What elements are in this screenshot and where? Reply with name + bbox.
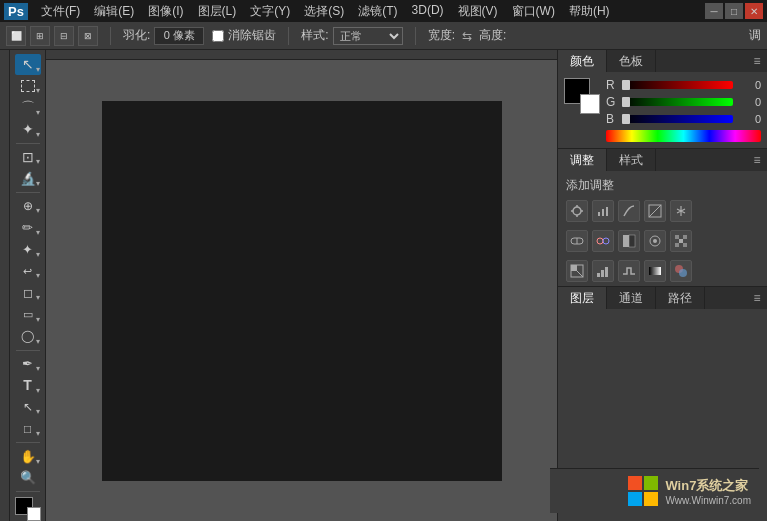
- tool-arrow-9: ▾: [36, 250, 40, 259]
- feather-input[interactable]: [154, 27, 204, 45]
- text-button[interactable]: T ▾: [15, 375, 41, 396]
- background-color-swatch[interactable]: [27, 507, 41, 521]
- path-select-icon: ↖: [23, 400, 33, 414]
- add-selection-button[interactable]: ⊞: [30, 26, 50, 46]
- canvas[interactable]: [102, 101, 502, 481]
- antialias-label: 消除锯齿: [228, 27, 276, 44]
- eraser-icon: ◻: [23, 286, 33, 300]
- posterize-button[interactable]: [592, 260, 614, 282]
- selectivecolor-button[interactable]: [670, 260, 692, 282]
- shape-button[interactable]: □ ▾: [15, 418, 41, 439]
- adjust-panel-menu-button[interactable]: ≡: [747, 149, 767, 171]
- curves-button[interactable]: [618, 200, 640, 222]
- swap-dimensions-icon[interactable]: ⇆: [459, 28, 475, 44]
- tab-color[interactable]: 颜色: [558, 50, 607, 72]
- tab-adjustments[interactable]: 调整: [558, 149, 607, 171]
- new-selection-button[interactable]: ⬜: [6, 26, 26, 46]
- rgb-sliders: R 0 G 0: [606, 78, 761, 142]
- menu-view[interactable]: 视图(V): [451, 1, 505, 22]
- layers-panel-menu-button[interactable]: ≡: [747, 287, 767, 309]
- menu-file[interactable]: 文件(F): [34, 1, 87, 22]
- tab-styles[interactable]: 样式: [607, 149, 656, 171]
- menu-layer[interactable]: 图层(L): [191, 1, 244, 22]
- intersect-selection-button[interactable]: ⊠: [78, 26, 98, 46]
- dodge-button[interactable]: ◯ ▾: [15, 326, 41, 347]
- separator-2: [288, 27, 289, 45]
- tab-layers[interactable]: 图层: [558, 287, 607, 309]
- tool-arrow-12: ▾: [36, 315, 40, 324]
- menu-select[interactable]: 选择(S): [297, 1, 351, 22]
- tab-paths[interactable]: 路径: [656, 287, 705, 309]
- move-tool-button[interactable]: ↖ ▾: [15, 54, 41, 75]
- tab-swatches[interactable]: 色板: [607, 50, 656, 72]
- background-swatch[interactable]: [580, 94, 600, 114]
- layers-panel: 图层 通道 路径 ≡: [558, 287, 767, 476]
- menu-edit[interactable]: 编辑(E): [87, 1, 141, 22]
- blue-slider-track[interactable]: [622, 115, 733, 123]
- vibrance-button[interactable]: [670, 200, 692, 222]
- style-group: 样式: 正常 固定比例 固定大小: [301, 27, 402, 45]
- menu-text[interactable]: 文字(Y): [243, 1, 297, 22]
- color-panel-menu-button[interactable]: ≡: [747, 50, 767, 72]
- move-icon: ↖: [22, 56, 34, 72]
- tab-channels[interactable]: 通道: [607, 287, 656, 309]
- crop-button[interactable]: ⊡ ▾: [15, 147, 41, 168]
- menu-bar: 文件(F) 编辑(E) 图像(I) 图层(L) 文字(Y) 选择(S) 滤镜(T…: [34, 1, 705, 22]
- style-select[interactable]: 正常 固定比例 固定大小: [333, 27, 403, 45]
- zoom-button[interactable]: 🔍: [15, 468, 41, 489]
- menu-filter[interactable]: 滤镜(T): [351, 1, 404, 22]
- close-button[interactable]: ✕: [745, 3, 763, 19]
- select-rect-button[interactable]: ▾: [15, 76, 41, 97]
- color-panel: 颜色 色板 ≡ R: [558, 50, 767, 149]
- spectrum-bar[interactable]: [606, 130, 761, 142]
- green-slider-track[interactable]: [622, 98, 733, 106]
- menu-3d[interactable]: 3D(D): [405, 1, 451, 22]
- clone-stamp-button[interactable]: ✦ ▾: [15, 239, 41, 260]
- pen-button[interactable]: ✒ ▾: [15, 353, 41, 374]
- maximize-button[interactable]: □: [725, 3, 743, 19]
- menu-help[interactable]: 帮助(H): [562, 1, 617, 22]
- gradientmap-button[interactable]: [644, 260, 666, 282]
- main-area: ↖ ▾ ▾ ⌒ ▾ ✦ ▾ ⊡ ▾ 🔬 ▾ ⊕ ▾ ✏: [0, 50, 767, 521]
- minimize-button[interactable]: ─: [705, 3, 723, 19]
- red-slider-thumb[interactable]: [622, 80, 630, 90]
- blue-slider-thumb[interactable]: [622, 114, 630, 124]
- menu-image[interactable]: 图像(I): [141, 1, 190, 22]
- history-brush-button[interactable]: ↩ ▾: [15, 261, 41, 282]
- antialias-checkbox[interactable]: [212, 30, 224, 42]
- lasso-button[interactable]: ⌒ ▾: [15, 97, 41, 118]
- gradient-button[interactable]: ▭ ▾: [15, 304, 41, 325]
- eyedropper-button[interactable]: 🔬 ▾: [15, 168, 41, 189]
- colorbalance-button[interactable]: [592, 230, 614, 252]
- brightness-button[interactable]: [566, 200, 588, 222]
- left-ruler: [0, 50, 10, 521]
- svg-rect-22: [679, 239, 683, 243]
- style-label: 样式:: [301, 27, 328, 44]
- photofilter-button[interactable]: [644, 230, 666, 252]
- svg-rect-5: [598, 212, 600, 216]
- svg-rect-33: [628, 492, 642, 506]
- brush-button[interactable]: ✏ ▾: [15, 217, 41, 238]
- svg-point-13: [603, 238, 609, 244]
- magic-wand-button[interactable]: ✦ ▾: [15, 119, 41, 140]
- tool-arrow-11: ▾: [36, 293, 40, 302]
- eraser-button[interactable]: ◻ ▾: [15, 282, 41, 303]
- red-slider-track[interactable]: [622, 81, 733, 89]
- exposure-button[interactable]: [644, 200, 666, 222]
- threshold-button[interactable]: [618, 260, 640, 282]
- menu-window[interactable]: 窗口(W): [505, 1, 562, 22]
- hand-button[interactable]: ✋ ▾: [15, 446, 41, 467]
- green-slider-thumb[interactable]: [622, 97, 630, 107]
- tool-arrow-4: ▾: [36, 130, 40, 139]
- levels-button[interactable]: [592, 200, 614, 222]
- subtract-selection-button[interactable]: ⊟: [54, 26, 74, 46]
- channelmixer-button[interactable]: [670, 230, 692, 252]
- tool-arrow-14: ▾: [36, 364, 40, 373]
- canvas-container[interactable]: [46, 60, 557, 521]
- spot-heal-button[interactable]: ⊕ ▾: [15, 196, 41, 217]
- path-select-button[interactable]: ↖ ▾: [15, 397, 41, 418]
- invert-button[interactable]: [566, 260, 588, 282]
- adjust-button-group: 调: [749, 27, 761, 44]
- bw-button[interactable]: [618, 230, 640, 252]
- hsl-button[interactable]: [566, 230, 588, 252]
